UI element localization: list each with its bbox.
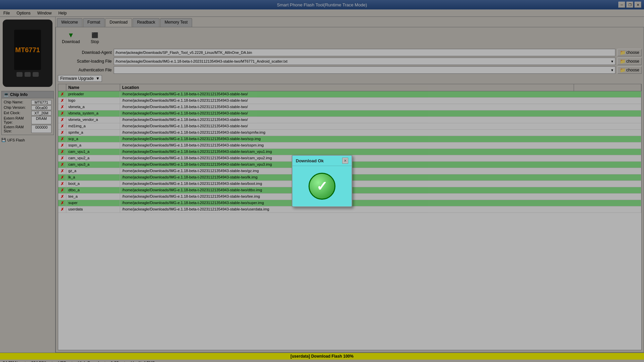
modal-overlay: Download Ok × ✓ (0, 0, 644, 362)
modal-body: ✓ (292, 166, 352, 206)
checkmark-symbol: ✓ (316, 178, 328, 194)
success-icon: ✓ (309, 173, 335, 200)
modal-close-button[interactable]: × (342, 158, 348, 164)
modal-header: Download Ok × (292, 156, 352, 166)
modal-title: Download Ok (296, 158, 324, 163)
download-ok-modal: Download Ok × ✓ (292, 155, 352, 207)
